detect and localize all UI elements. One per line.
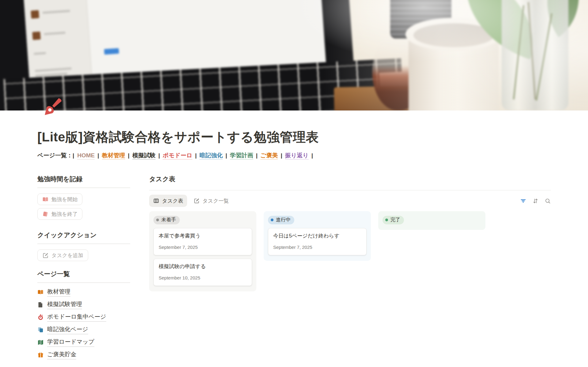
page-link-reward-savings[interactable]: ご褒美貯金 [37,349,130,361]
add-task-label: タスクを追加 [51,252,83,259]
kanban-column-not-started: 未着手 本屋で参考書買う September 7, 2025 模擬試験の申請する… [149,211,256,291]
end-study-label: 勉強を終了 [51,211,77,218]
nav-link-reflection[interactable]: 振り返り [285,152,309,159]
cover-photo [0,0,588,110]
status-chip-done[interactable]: 完了 [383,216,404,224]
search-icon[interactable] [545,198,551,204]
task-card[interactable]: 模擬試験の申請する September 10, 2025 [153,259,252,286]
view-tab-board[interactable]: タスク表 [149,195,187,207]
task-due-date: September 7, 2025 [159,244,247,250]
view-tab-list[interactable]: タスク一覧 [190,195,233,207]
task-card[interactable]: 今日は5ページだけ終わらす September 7, 2025 [268,228,367,255]
nav-link-pomodoro[interactable]: ポモドーロ [163,152,192,159]
page-link-memorization[interactable]: 暗記強化ページ [37,324,130,336]
left-column: 勉強時間を記録 勉強を開始 [37,175,130,361]
page-links-nav: ページ一覧：|HOME|教材管理|模擬試験|ポモドーロ|暗記強化|学習計画|ご褒… [37,152,551,159]
view-tab-list-label: タスク一覧 [202,197,229,204]
compose-icon [194,198,200,204]
status-dot [385,219,388,221]
status-chip-not-started[interactable]: 未着手 [153,216,180,224]
quick-actions-section: クイックアクション タスクを追加 [37,231,130,261]
divider [37,244,130,244]
gift-icon [37,352,44,358]
page-title: [Lite版]資格試験合格をサポートする勉強管理表 [37,129,551,145]
view-bar: タスク表 タスク一覧 [149,194,551,207]
nav-link-study-plan[interactable]: 学習計画 [230,152,253,159]
divider [37,188,130,188]
status-dot [156,219,159,221]
page-icon-pen-nib[interactable] [39,95,65,121]
flashcards-icon [37,327,44,333]
sort-icon[interactable] [532,198,539,204]
task-card[interactable]: 本屋で参考書買う September 7, 2025 [153,228,252,255]
board-view-icon [153,198,159,204]
status-dot [271,219,273,221]
divider [37,283,130,283]
study-time-heading: 勉強時間を記録 [37,175,130,183]
task-due-date: September 7, 2025 [273,244,361,250]
board-toolbar [520,198,551,204]
divider [149,190,551,190]
stopwatch-icon [37,314,44,320]
kanban-column-done: 完了 [378,211,485,230]
view-tab-board-label: タスク表 [162,197,183,204]
nav-link-mock-exam[interactable]: 模擬試験 [132,152,156,159]
nav-prefix: ページ一覧：| [37,152,74,159]
nav-link-home[interactable]: HOME [77,152,95,159]
nav-link-reward[interactable]: ご褒美 [260,152,278,159]
study-time-section: 勉強時間を記録 勉強を開始 [37,175,130,220]
task-due-date: September 10, 2025 [159,275,247,281]
task-board-heading: タスク表 [149,175,551,183]
page-content: [Lite版]資格試験合格をサポートする勉強管理表 ページ一覧：|HOME|教材… [0,129,588,361]
open-book-icon [42,196,49,203]
nav-link-materials[interactable]: 教材管理 [102,152,125,159]
main-column: タスク表 タスク表 [149,175,551,361]
start-study-button[interactable]: 勉強を開始 [37,193,82,205]
add-task-button[interactable]: タスクを追加 [37,249,88,261]
start-study-label: 勉強を開始 [51,196,77,203]
end-study-button[interactable]: 勉強を終了 [37,208,82,220]
page-link-pomodoro[interactable]: ポモドーロ集中ページ [37,311,130,324]
compose-icon [42,252,49,259]
page-list-heading: ページ一覧 [37,270,130,278]
page-link-mock-exam[interactable]: 模擬試験管理 [37,298,130,311]
open-book-icon [37,289,44,295]
page-link-materials[interactable]: 教材管理 [37,286,130,298]
document-icon [37,301,44,308]
quick-actions-heading: クイックアクション [37,231,130,239]
notion-page: [Lite版]資格試験合格をサポートする勉強管理表 ページ一覧：|HOME|教材… [0,0,588,367]
page-link-roadmap[interactable]: 学習ロードマップ [37,336,130,349]
page-list-section: ページ一覧 教材管理 [37,270,130,361]
filter-icon[interactable] [520,198,526,204]
map-icon [37,339,44,346]
status-chip-in-progress[interactable]: 進行中 [268,216,294,224]
kanban-board: 未着手 本屋で参考書買う September 7, 2025 模擬試験の申請する… [149,211,551,291]
nav-link-memorization[interactable]: 暗記強化 [199,152,223,159]
closed-book-icon [42,211,49,217]
page-list: 教材管理 模擬試験管理 [37,286,130,361]
kanban-column-in-progress: 進行中 今日は5ページだけ終わらす September 7, 2025 [264,211,371,261]
